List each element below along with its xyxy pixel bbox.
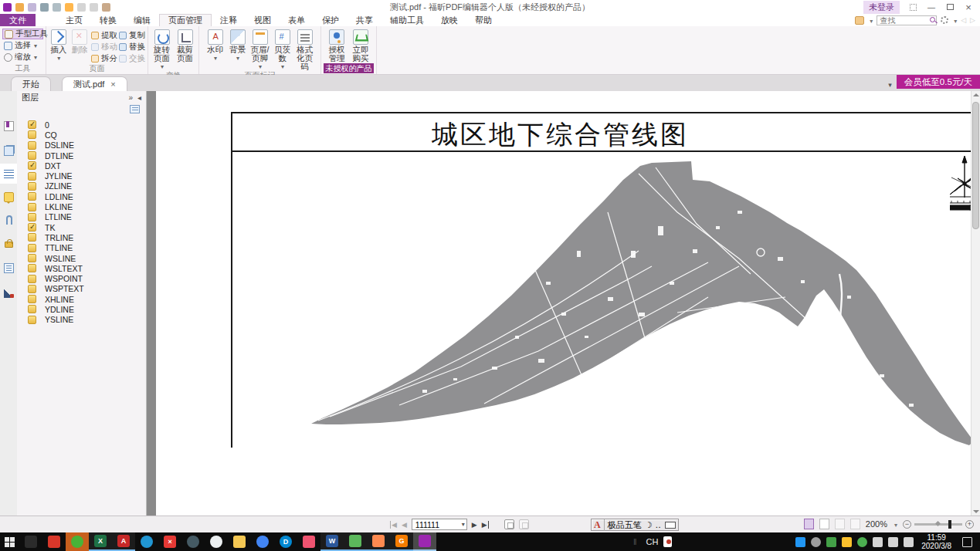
- taskbar-app[interactable]: [413, 532, 436, 551]
- taskbar-app[interactable]: ×: [158, 532, 181, 551]
- menu-item[interactable]: 共享: [348, 14, 381, 26]
- tray-icon[interactable]: [857, 537, 867, 547]
- quick-access-icon[interactable]: [15, 3, 24, 12]
- layer-visibility-checkbox[interactable]: [28, 161, 36, 170]
- scroll-up-icon[interactable]: [973, 93, 979, 96]
- security-panel-button[interactable]: [0, 233, 17, 253]
- next-view-button[interactable]: [519, 519, 529, 529]
- taskbar-app[interactable]: [367, 532, 390, 551]
- header-footer-button[interactable]: 页眉/ 页脚: [249, 28, 270, 71]
- taskbar-app[interactable]: X: [89, 532, 112, 551]
- tray-icon[interactable]: [842, 537, 852, 547]
- previous-view-button[interactable]: [504, 519, 514, 529]
- layer-visibility-checkbox[interactable]: [28, 141, 36, 150]
- switch-ui-button[interactable]: [907, 2, 918, 12]
- tray-icon[interactable]: [826, 537, 836, 547]
- ime-punctuation-icon[interactable]: ‥: [656, 520, 662, 530]
- layer-row[interactable]: LDLINE: [28, 191, 146, 201]
- taskbar-clock[interactable]: 11:59 2020/3/8: [921, 533, 951, 550]
- zoom-thumb[interactable]: [948, 520, 951, 529]
- move-page-button[interactable]: 移动: [91, 42, 117, 52]
- layer-row[interactable]: TTLINE: [28, 243, 146, 253]
- ime-name[interactable]: 极品五笔: [604, 519, 642, 531]
- hand-tool-button[interactable]: 手型工具: [2, 29, 43, 39]
- zoom-tool-button[interactable]: 缩放: [2, 52, 43, 63]
- search-input[interactable]: [877, 15, 937, 25]
- quick-access-icon[interactable]: [53, 3, 61, 12]
- find-prev-chevron[interactable]: ◁: [961, 16, 966, 24]
- taskbar-app[interactable]: W: [320, 532, 344, 551]
- layer-row[interactable]: CQ: [28, 130, 146, 140]
- quick-access-icon[interactable]: [28, 3, 36, 12]
- panel-collapse-icon[interactable]: ◂: [137, 93, 141, 102]
- action-center-icon[interactable]: [962, 537, 972, 547]
- quick-access-icon[interactable]: [77, 3, 86, 12]
- buy-now-button[interactable]: 立即 购买: [351, 28, 371, 63]
- signature-panel-button[interactable]: [0, 282, 17, 303]
- layer-row[interactable]: TRLINE: [28, 232, 146, 242]
- ime-keyboard-icon[interactable]: [665, 522, 676, 529]
- layer-row[interactable]: WSPTEXT: [28, 284, 146, 294]
- layer-visibility-checkbox[interactable]: [28, 223, 36, 232]
- layer-visibility-checkbox[interactable]: [28, 285, 36, 293]
- scroll-down-icon[interactable]: [973, 510, 979, 513]
- layer-visibility-checkbox[interactable]: [28, 172, 36, 181]
- taskbar-app[interactable]: [205, 532, 228, 551]
- layer-visibility-checkbox[interactable]: [28, 295, 36, 303]
- layer-row[interactable]: JZLINE: [28, 181, 146, 191]
- layer-row[interactable]: XHLINE: [28, 294, 146, 304]
- insert-page-button[interactable]: 插入: [49, 28, 69, 64]
- tab-document[interactable]: 测试.pdf×: [62, 76, 127, 91]
- taskbar-app[interactable]: D: [274, 532, 297, 551]
- menu-item[interactable]: 辅助工具: [381, 14, 432, 26]
- search-box[interactable]: [877, 15, 937, 25]
- quick-access-icon[interactable]: [3, 3, 12, 12]
- tray-icon[interactable]: [888, 537, 898, 547]
- login-status[interactable]: 未登录: [863, 1, 900, 14]
- layer-row[interactable]: DSLINE: [28, 140, 146, 150]
- taskbar-app[interactable]: G: [390, 532, 413, 551]
- layer-visibility-checkbox[interactable]: [28, 130, 36, 139]
- bookmarks-panel-button[interactable]: [0, 116, 17, 136]
- last-page-button[interactable]: ▶: [482, 521, 489, 529]
- comments-panel-button[interactable]: [0, 187, 17, 207]
- crop-page-button[interactable]: 裁剪 页面: [175, 28, 195, 71]
- taskbar-app[interactable]: [251, 532, 274, 551]
- find-scope-caret[interactable]: [868, 15, 873, 25]
- layer-visibility-checkbox[interactable]: [28, 233, 36, 242]
- layer-row[interactable]: JYLINE: [28, 171, 146, 181]
- menu-item[interactable]: 编辑: [125, 14, 159, 26]
- layer-row[interactable]: DXT: [28, 161, 146, 171]
- quick-access-icon[interactable]: [40, 3, 49, 12]
- tab-list-caret[interactable]: ▾: [888, 81, 897, 91]
- layer-row[interactable]: YSLINE: [28, 315, 146, 325]
- search-icon[interactable]: [930, 17, 935, 22]
- layer-visibility-checkbox[interactable]: [28, 182, 36, 191]
- layer-row[interactable]: DTLINE: [28, 150, 146, 161]
- taskbar-app[interactable]: [228, 532, 251, 551]
- watermark-button[interactable]: 水印: [205, 28, 226, 71]
- first-page-button[interactable]: ◀: [390, 521, 397, 529]
- taskbar-app[interactable]: [19, 532, 42, 551]
- tab-start[interactable]: 开始: [11, 76, 51, 91]
- rotate-page-button[interactable]: 旋转 页面: [151, 28, 172, 71]
- taskbar-app[interactable]: [344, 532, 367, 551]
- zoom-level[interactable]: 200%: [866, 519, 887, 529]
- layer-visibility-checkbox[interactable]: [28, 192, 36, 201]
- ime-fullwidth-icon[interactable]: ☽: [645, 520, 653, 530]
- tray-icon[interactable]: [811, 537, 821, 547]
- previous-page-button[interactable]: ◀: [402, 521, 407, 529]
- format-page-number-button[interactable]: 格式 化页码: [294, 28, 315, 71]
- layer-visibility-checkbox[interactable]: [28, 316, 36, 324]
- bates-number-button[interactable]: 贝茨 数: [272, 28, 293, 71]
- pages-panel-button[interactable]: [0, 140, 17, 161]
- page-number-box[interactable]: ▾: [412, 519, 467, 530]
- taskbar-app[interactable]: [181, 532, 205, 551]
- panel-expand-icon[interactable]: »: [128, 93, 133, 102]
- split-page-button[interactable]: 拆分: [91, 53, 117, 63]
- close-button[interactable]: [963, 2, 974, 12]
- layer-visibility-checkbox[interactable]: [28, 151, 36, 160]
- zoom-track[interactable]: [914, 523, 962, 526]
- minimize-button[interactable]: [926, 2, 937, 12]
- single-page-view-button[interactable]: [804, 519, 814, 529]
